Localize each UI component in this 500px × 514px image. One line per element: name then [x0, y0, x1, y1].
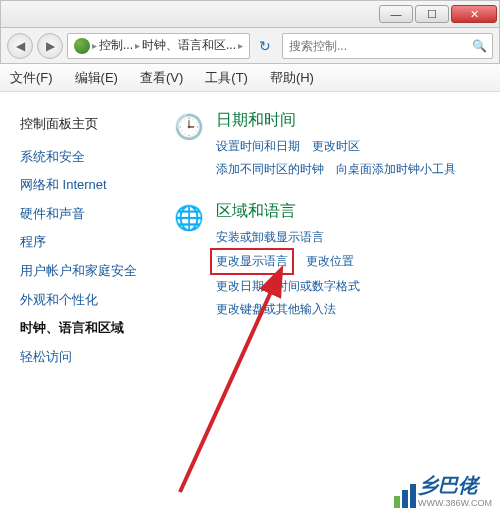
- back-button[interactable]: ◀: [7, 33, 33, 59]
- search-input[interactable]: [289, 39, 472, 53]
- chevron-right-icon: ▸: [135, 40, 140, 51]
- breadcrumb-item[interactable]: 控制...: [99, 37, 133, 54]
- breadcrumb[interactable]: ▸ 控制... ▸ 时钟、语言和区... ▸: [67, 33, 250, 59]
- refresh-button[interactable]: ↻: [254, 33, 276, 59]
- section: 🌐区域和语言安装或卸载显示语言更改显示语言更改位置更改日期、时间或数字格式更改键…: [172, 201, 488, 321]
- menu-file[interactable]: 文件(F): [6, 67, 57, 89]
- section-title[interactable]: 日期和时间: [216, 110, 488, 131]
- section-link[interactable]: 安装或卸载显示语言: [216, 226, 324, 249]
- chevron-right-icon: ▸: [238, 40, 243, 51]
- chevron-right-icon: ▸: [92, 40, 97, 51]
- maximize-button[interactable]: ☐: [415, 5, 449, 23]
- section-link[interactable]: 更改日期、时间或数字格式: [216, 275, 360, 298]
- sidebar-item[interactable]: 网络和 Internet: [20, 171, 150, 200]
- section-link[interactable]: 设置时间和日期: [216, 135, 300, 158]
- main-area: 🕒日期和时间设置时间和日期更改时区添加不同时区的时钟向桌面添加时钟小工具🌐区域和…: [160, 92, 500, 514]
- watermark: 乡巴佬 WWW.386W.COM: [394, 472, 492, 508]
- close-button[interactable]: ✕: [451, 5, 497, 23]
- breadcrumb-item[interactable]: 时钟、语言和区...: [142, 37, 236, 54]
- navbar: ◀ ▶ ▸ 控制... ▸ 时钟、语言和区... ▸ ↻ 🔍: [0, 28, 500, 64]
- minimize-button[interactable]: —: [379, 5, 413, 23]
- section-link[interactable]: 向桌面添加时钟小工具: [336, 158, 456, 181]
- sidebar-item[interactable]: 用户帐户和家庭安全: [20, 257, 150, 286]
- clock-icon: 🕒: [172, 110, 206, 144]
- watermark-text: 乡巴佬: [418, 474, 478, 496]
- section-link[interactable]: 更改键盘或其他输入法: [216, 298, 336, 321]
- section-links: 安装或卸载显示语言更改显示语言更改位置更改日期、时间或数字格式更改键盘或其他输入…: [216, 226, 488, 321]
- sidebar-item[interactable]: 硬件和声音: [20, 200, 150, 229]
- control-panel-icon: [74, 38, 90, 54]
- body: 控制面板主页 系统和安全网络和 Internet硬件和声音程序用户帐户和家庭安全…: [0, 92, 500, 514]
- sidebar-item[interactable]: 时钟、语言和区域: [20, 314, 150, 343]
- section-link[interactable]: 更改显示语言: [210, 248, 294, 275]
- section-link[interactable]: 添加不同时区的时钟: [216, 158, 324, 181]
- forward-button[interactable]: ▶: [37, 33, 63, 59]
- search-box[interactable]: 🔍: [282, 33, 493, 59]
- menubar: 文件(F) 编辑(E) 查看(V) 工具(T) 帮助(H): [0, 64, 500, 92]
- menu-tools[interactable]: 工具(T): [201, 67, 252, 89]
- sidebar-item[interactable]: 外观和个性化: [20, 286, 150, 315]
- sidebar: 控制面板主页 系统和安全网络和 Internet硬件和声音程序用户帐户和家庭安全…: [0, 92, 160, 514]
- watermark-logo-icon: [394, 484, 416, 508]
- search-icon: 🔍: [472, 39, 486, 53]
- globe-icon: 🌐: [172, 201, 206, 235]
- section-links: 设置时间和日期更改时区添加不同时区的时钟向桌面添加时钟小工具: [216, 135, 488, 181]
- section-link[interactable]: 更改位置: [306, 250, 354, 273]
- sidebar-item[interactable]: 程序: [20, 228, 150, 257]
- section: 🕒日期和时间设置时间和日期更改时区添加不同时区的时钟向桌面添加时钟小工具: [172, 110, 488, 181]
- sidebar-item[interactable]: 系统和安全: [20, 143, 150, 172]
- menu-view[interactable]: 查看(V): [136, 67, 187, 89]
- section-title[interactable]: 区域和语言: [216, 201, 488, 222]
- menu-help[interactable]: 帮助(H): [266, 67, 318, 89]
- sidebar-item[interactable]: 轻松访问: [20, 343, 150, 372]
- titlebar: — ☐ ✕: [0, 0, 500, 28]
- watermark-url: WWW.386W.COM: [418, 499, 492, 508]
- sidebar-home[interactable]: 控制面板主页: [20, 110, 150, 139]
- menu-edit[interactable]: 编辑(E): [71, 67, 122, 89]
- section-link[interactable]: 更改时区: [312, 135, 360, 158]
